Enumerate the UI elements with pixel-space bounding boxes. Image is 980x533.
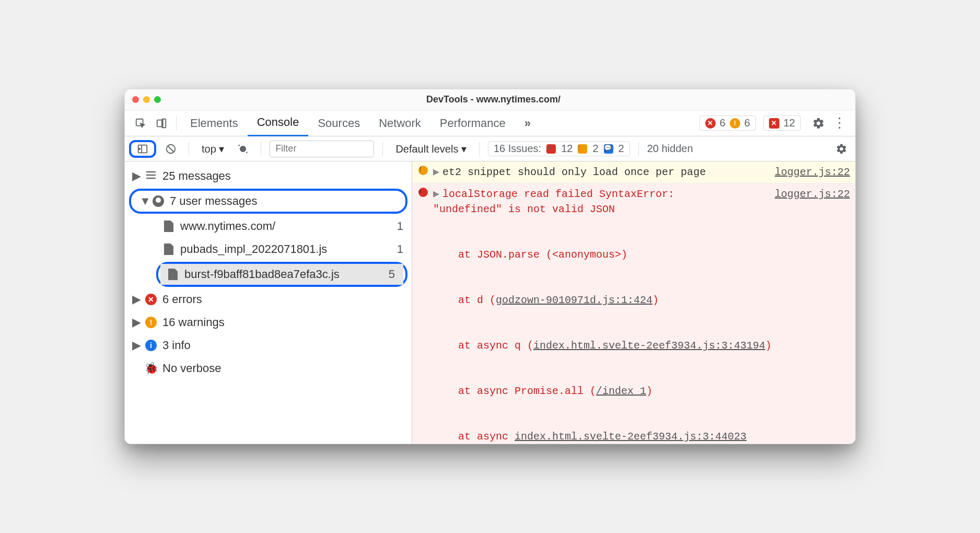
filter-input[interactable]: [270, 141, 374, 157]
person-icon: [153, 195, 164, 207]
settings-icon[interactable]: [808, 117, 829, 130]
svg-point-5: [240, 146, 246, 152]
file-name: burst-f9baff81bad8ea7efa3c.js: [184, 268, 340, 281]
file-count: 1: [397, 219, 406, 233]
stack-trace: at JSON.parse (<anonymous>) at d (godzow…: [433, 217, 764, 444]
sidebar-item-label: 7 user messages: [170, 194, 258, 208]
sidebar-item-info[interactable]: ▶ i 3 info: [125, 334, 412, 357]
toggle-sidebar-icon[interactable]: [133, 143, 152, 155]
file-count: 1: [397, 242, 406, 256]
panel-tabs: Elements Console Sources Network Perform…: [125, 110, 855, 136]
window-title: DevTools - www.nytimes.com/: [139, 94, 848, 105]
issues-count: 12: [784, 117, 795, 129]
hidden-count[interactable]: 20 hidden: [647, 143, 693, 155]
info-icon: i: [145, 340, 157, 351]
sidebar-item-label: 6 errors: [162, 293, 202, 306]
device-toggle-icon[interactable]: [151, 118, 172, 129]
stack-link[interactable]: index.html.svelte-2eef3934.js:3:43194: [533, 340, 765, 352]
tab-console[interactable]: Console: [248, 110, 309, 136]
tab-network[interactable]: Network: [369, 110, 430, 136]
error-icon: ✕: [145, 294, 157, 305]
error-count: 6: [720, 117, 726, 129]
kebab-menu-icon[interactable]: ⋮: [829, 115, 850, 131]
toggle-sidebar-highlight: [129, 140, 156, 158]
expand-caret-icon[interactable]: ▶: [433, 166, 439, 178]
warning-icon: !: [145, 317, 157, 328]
error-icon: ✕: [705, 118, 716, 129]
warning-square-icon: !: [578, 144, 587, 154]
context-selector[interactable]: top: [197, 142, 228, 156]
inspect-element-icon[interactable]: [130, 118, 151, 129]
error-icon: ✕: [418, 188, 428, 197]
sidebar-file-item-selected[interactable]: burst-f9baff81bad8ea7efa3c.js 5: [160, 264, 403, 285]
tab-sources[interactable]: Sources: [308, 110, 369, 136]
error-warning-badge[interactable]: ✕6 !6: [699, 115, 756, 131]
file-icon: [164, 244, 173, 255]
titlebar: DevTools - www.nytimes.com/: [125, 89, 855, 110]
expand-arrow-icon: ▶: [132, 169, 139, 183]
warning-icon: !: [418, 166, 428, 175]
log-source-link[interactable]: logger.js:22: [768, 165, 850, 180]
tab-performance[interactable]: Performance: [430, 110, 515, 136]
bug-icon: 🐞: [145, 363, 157, 374]
issues-label: 16 Issues:: [494, 143, 541, 155]
console-sidebar: ▶ 25 messages ▼ 7 user messages www.nyti…: [125, 161, 412, 444]
console-toolbar: top Default levels 16 Issues: ✕12 !2 💬2 …: [125, 136, 855, 161]
sidebar-item-label: 25 messages: [162, 169, 231, 183]
sidebar-item-errors[interactable]: ▶ ✕ 6 errors: [125, 288, 412, 311]
stack-link[interactable]: godzown-9010971d.js:1:424: [496, 294, 652, 306]
sidebar-item-warnings[interactable]: ▶ ! 16 warnings: [125, 311, 412, 334]
error-square-icon: ✕: [769, 118, 779, 129]
log-source-link[interactable]: logger.js:22: [768, 187, 850, 202]
expand-arrow-icon: ▶: [132, 316, 139, 329]
stack-link[interactable]: /index 1: [596, 385, 646, 397]
file-name: www.nytimes.com/: [180, 219, 275, 233]
log-entry-warning[interactable]: ! ▶et2 snippet should only load once per…: [412, 161, 855, 183]
sidebar-file-item[interactable]: pubads_impl_2022071801.js 1: [125, 238, 412, 261]
sidebar-item-label: 16 warnings: [162, 316, 225, 329]
expand-arrow-icon: ▶: [132, 293, 139, 306]
log-text: "undefined" is not valid JSON: [433, 202, 764, 217]
tabs-overflow[interactable]: »: [515, 110, 540, 136]
live-expression-icon[interactable]: [234, 143, 252, 155]
console-main: ▶ 25 messages ▼ 7 user messages www.nyti…: [125, 161, 855, 444]
user-messages-highlight: ▼ 7 user messages: [129, 189, 407, 214]
expand-arrow-icon: ▶: [132, 339, 139, 352]
stack-link[interactable]: index.html.svelte-2eef3934.js:3:44023: [515, 431, 746, 443]
sidebar-item-label: No verbose: [162, 362, 221, 375]
log-levels-dropdown[interactable]: Default levels: [391, 142, 471, 156]
selected-file-highlight: burst-f9baff81bad8ea7efa3c.js 5: [156, 262, 407, 287]
console-settings-icon[interactable]: [832, 143, 851, 155]
sidebar-item-user-messages[interactable]: ▼ 7 user messages: [133, 191, 403, 212]
file-icon: [168, 269, 178, 280]
devtools-window: DevTools - www.nytimes.com/ Elements Con…: [124, 89, 856, 444]
console-log-pane: ! ▶et2 snippet should only load once per…: [412, 161, 855, 444]
tab-elements[interactable]: Elements: [181, 110, 248, 136]
expand-caret-icon[interactable]: ▶: [433, 188, 439, 200]
collapse-arrow-icon: ▼: [139, 194, 147, 208]
warning-count: 6: [744, 117, 750, 129]
error-square-icon: ✕: [546, 144, 556, 154]
clear-console-icon[interactable]: [161, 143, 180, 155]
warning-icon: !: [730, 118, 740, 129]
file-count: 5: [389, 268, 398, 281]
log-entry-error[interactable]: ✕ ▶localStorage read failed SyntaxError:…: [412, 183, 855, 444]
sidebar-item-messages[interactable]: ▶ 25 messages: [125, 165, 412, 188]
log-text: et2 snippet should only load once per pa…: [442, 166, 706, 178]
list-icon: [146, 171, 156, 181]
file-name: pubads_impl_2022071801.js: [180, 242, 327, 256]
info-square-icon: 💬: [604, 144, 613, 154]
divider: [176, 116, 177, 131]
close-window-button[interactable]: [132, 96, 139, 103]
sidebar-item-label: 3 info: [162, 339, 191, 352]
sidebar-item-verbose[interactable]: ▶ 🐞 No verbose: [125, 357, 412, 380]
issues-summary[interactable]: 16 Issues: ✕12 !2 💬2: [488, 141, 630, 156]
file-icon: [164, 221, 173, 232]
log-text: localStorage read failed SyntaxError:: [442, 188, 674, 200]
sidebar-file-item[interactable]: www.nytimes.com/ 1: [125, 215, 412, 238]
issues-badge[interactable]: ✕12: [763, 115, 801, 131]
